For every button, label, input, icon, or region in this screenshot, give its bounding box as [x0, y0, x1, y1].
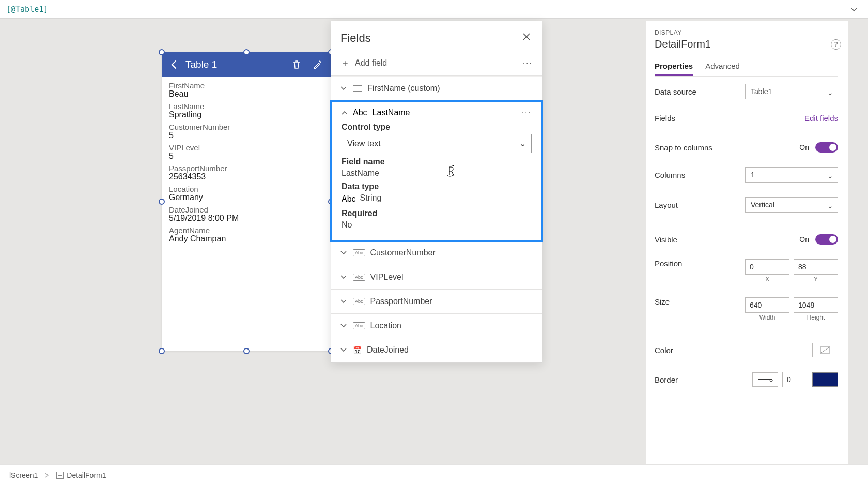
field-item[interactable]: 📅DateJoined — [331, 338, 542, 362]
field-item[interactable]: AbcLocation — [331, 314, 542, 338]
chevron-down-icon — [340, 299, 347, 304]
layout-dropdown[interactable]: Vertical ⌄ — [745, 197, 838, 213]
snap-label: Snap to columns — [655, 143, 799, 152]
data-type-label: Data type — [342, 182, 532, 191]
more-button[interactable]: ··· — [522, 108, 532, 117]
control-type-value: View text — [347, 139, 381, 148]
layout-label: Layout — [655, 201, 745, 209]
abc-type-icon: Abc — [342, 194, 356, 204]
prop-size: Size Width Height — [655, 290, 838, 328]
size-height-input[interactable] — [794, 297, 838, 313]
field-item[interactable]: AbcVIPLevel — [331, 265, 542, 290]
delete-button[interactable] — [289, 60, 304, 69]
resize-handle-bm[interactable] — [243, 348, 250, 354]
tab-properties[interactable]: Properties — [655, 57, 693, 76]
columns-dropdown[interactable]: 1 ⌄ — [745, 167, 838, 183]
expand-button[interactable] — [340, 345, 348, 355]
field-label: CustomerNumber — [169, 123, 324, 131]
chevron-up-icon — [342, 110, 348, 115]
card-body: FirstNameBeauLastNameSpratlingCustomerNu… — [162, 77, 331, 251]
field-value: 25634353 — [169, 172, 324, 181]
border-style-dropdown[interactable]: ⌄ — [752, 372, 778, 387]
border-width-input[interactable] — [782, 372, 808, 387]
chevron-down-icon: ⌄ — [768, 374, 774, 384]
chevron-down-icon — [340, 347, 347, 353]
expand-button[interactable] — [340, 297, 348, 306]
required-value: No — [342, 220, 532, 230]
breadcrumb-bar: lScreen1 DetailForm1 — [0, 464, 868, 485]
field-item[interactable]: AbcPassportNumber — [331, 290, 542, 314]
no-fill-swatch[interactable] — [812, 343, 838, 357]
detail-form-control[interactable]: Table 1 FirstNameBeauLastNameSpratlingCu… — [162, 52, 331, 351]
form-icon — [56, 472, 64, 479]
position-y-input[interactable] — [794, 259, 838, 275]
data-source-dropdown[interactable]: Table1 ⌄ — [745, 84, 838, 99]
pencil-icon — [313, 60, 322, 69]
svg-line-1 — [820, 347, 830, 353]
snap-toggle[interactable] — [815, 142, 838, 153]
edit-button[interactable] — [309, 60, 325, 69]
collapse-button[interactable] — [342, 108, 348, 117]
back-button[interactable] — [168, 60, 180, 69]
chevron-down-icon — [850, 7, 858, 12]
nofill-icon — [820, 346, 830, 354]
breadcrumb-screen[interactable]: lScreen1 — [4, 471, 43, 479]
fields-panel: Fields ＋ Add field ··· FirstName (custom… — [331, 21, 542, 363]
color-label: Color — [655, 346, 812, 355]
prop-layout: Layout Vertical ⌄ — [655, 190, 838, 220]
close-icon — [522, 33, 531, 41]
canvas-area[interactable]: Table 1 FirstNameBeauLastNameSpratlingCu… — [0, 19, 868, 485]
formula-text[interactable]: [@Table1] — [6, 5, 48, 14]
resize-handle-tm[interactable] — [243, 49, 250, 55]
border-color-swatch[interactable] — [812, 372, 838, 387]
visible-toggle[interactable] — [815, 234, 838, 245]
trash-icon — [292, 60, 301, 69]
expand-button[interactable] — [340, 321, 348, 330]
resize-handle-bl[interactable] — [159, 348, 165, 354]
expand-button[interactable] — [340, 84, 348, 93]
data-row: VIPLevel5 — [169, 143, 324, 161]
size-width-input[interactable] — [745, 297, 789, 313]
field-name: PassportNumber — [370, 297, 432, 306]
field-item-expanded[interactable]: Abc LastName ··· Control type View text … — [330, 100, 543, 242]
y-caption: Y — [814, 276, 818, 283]
position-label: Position — [655, 259, 745, 268]
breadcrumb-control[interactable]: DetailForm1 — [51, 471, 111, 479]
formula-expand-button[interactable] — [846, 5, 862, 14]
chevron-down-icon: ⌄ — [827, 88, 833, 97]
chevron-down-icon: ⌄ — [827, 202, 833, 210]
field-item[interactable]: FirstName (custom) — [331, 77, 542, 101]
position-x-input[interactable] — [745, 259, 789, 275]
chevron-right-icon — [43, 471, 51, 479]
prop-columns: Columns 1 ⌄ — [655, 160, 838, 190]
field-item[interactable]: AbcCustomerNumber — [331, 241, 542, 265]
data-row: CustomerNumber5 — [169, 123, 324, 140]
expand-button[interactable] — [340, 272, 348, 282]
field-value: 5 — [169, 151, 324, 161]
size-label: Size — [655, 297, 745, 306]
formula-bar[interactable]: [@Table1] — [0, 0, 868, 19]
prop-data-source: Data source Table1 ⌄ — [655, 77, 838, 107]
add-field-row[interactable]: ＋ Add field ··· — [331, 51, 542, 76]
prop-snap: Snap to columns On — [655, 135, 838, 160]
expand-button[interactable] — [340, 248, 348, 257]
control-type-dropdown[interactable]: View text ⌄ — [342, 134, 532, 153]
chevron-down-icon: ⌄ — [519, 139, 526, 148]
data-row: FirstNameBeau — [169, 81, 324, 99]
prop-border: Border ⌄ — [655, 365, 838, 395]
help-button[interactable]: ? — [831, 39, 841, 50]
resize-handle-tl[interactable] — [159, 49, 165, 55]
close-button[interactable] — [520, 31, 533, 46]
more-button[interactable]: ··· — [523, 58, 533, 68]
layout-value: Vertical — [751, 201, 774, 209]
data-row: AgentNameAndy Champan — [169, 226, 324, 244]
abc-type-icon: Abc — [353, 274, 365, 281]
field-value: Beau — [169, 89, 324, 99]
edit-fields-link[interactable]: Edit fields — [804, 114, 838, 123]
tab-advanced[interactable]: Advanced — [705, 57, 740, 76]
height-caption: Height — [807, 314, 825, 321]
prop-color: Color — [655, 336, 838, 365]
resize-handle-ml[interactable] — [159, 199, 165, 205]
field-name: CustomerNumber — [370, 248, 436, 257]
field-label: FirstName — [169, 81, 324, 90]
